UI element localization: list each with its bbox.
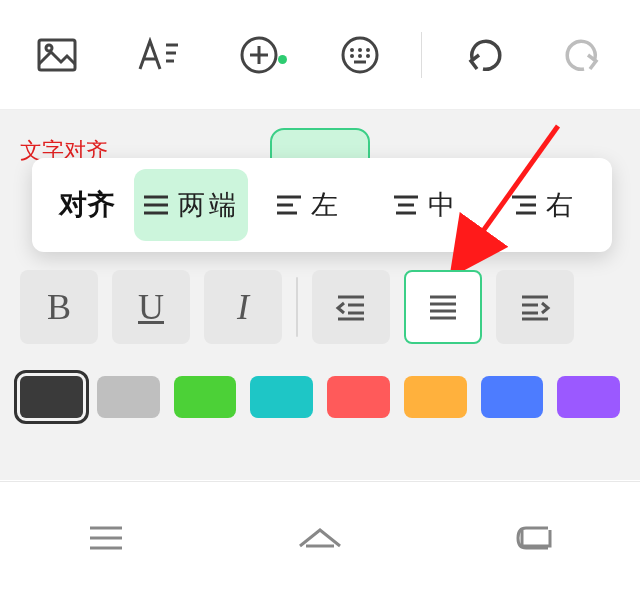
align-justify-text: 两端 — [178, 187, 240, 223]
align-right-option[interactable]: 右 — [487, 169, 601, 241]
home-icon — [296, 522, 344, 554]
align-left-icon — [275, 193, 303, 217]
align-justify-icon — [142, 193, 170, 217]
bold-button[interactable]: B — [20, 270, 98, 344]
add-icon — [239, 35, 279, 75]
align-left-option[interactable]: 左 — [252, 169, 366, 241]
redo-button[interactable] — [544, 37, 624, 73]
align-justify-option[interactable]: 两端 — [134, 169, 248, 241]
indent-increase-button[interactable] — [496, 270, 574, 344]
indent-increase-icon — [518, 293, 552, 321]
image-icon — [37, 38, 77, 72]
nav-menu-button[interactable] — [84, 522, 128, 558]
top-toolbar — [0, 0, 640, 110]
nav-home-button[interactable] — [296, 522, 344, 558]
align-justify-icon — [426, 293, 460, 321]
align-right-icon — [510, 193, 538, 217]
color-swatch-5[interactable] — [404, 376, 467, 418]
underline-button[interactable]: U — [112, 270, 190, 344]
color-swatch-3[interactable] — [250, 376, 313, 418]
back-icon — [512, 522, 556, 554]
svg-point-1 — [46, 45, 52, 51]
indent-decrease-icon — [334, 293, 368, 321]
align-center-icon — [392, 193, 420, 217]
keyboard-icon — [340, 35, 380, 75]
align-center-text: 中 — [428, 187, 459, 223]
format-separator — [296, 277, 298, 337]
text-format-button[interactable] — [118, 37, 198, 73]
color-swatch-row — [20, 376, 620, 418]
text-format-icon — [136, 37, 180, 73]
bottom-nav — [0, 481, 640, 597]
toolbar-separator — [421, 32, 422, 78]
undo-icon — [463, 37, 503, 73]
redo-icon — [564, 37, 604, 73]
color-swatch-6[interactable] — [481, 376, 544, 418]
color-swatch-7[interactable] — [557, 376, 620, 418]
align-left-text: 左 — [311, 187, 342, 223]
undo-button[interactable] — [443, 37, 523, 73]
svg-rect-0 — [39, 40, 75, 70]
color-swatch-4[interactable] — [327, 376, 390, 418]
align-justify-button[interactable] — [404, 270, 482, 344]
insert-image-button[interactable] — [17, 38, 97, 72]
indicator-dot — [278, 55, 287, 64]
alignment-label: 对齐 — [42, 186, 132, 224]
keyboard-button[interactable] — [320, 35, 400, 75]
color-swatch-0[interactable] — [20, 376, 83, 418]
alignment-popup: 对齐 两端 左 中 右 — [32, 158, 612, 252]
add-button[interactable] — [219, 35, 299, 75]
format-row: B U I — [20, 270, 620, 344]
menu-icon — [84, 522, 128, 554]
align-center-option[interactable]: 中 — [369, 169, 483, 241]
indent-decrease-button[interactable] — [312, 270, 390, 344]
color-swatch-2[interactable] — [174, 376, 237, 418]
nav-back-button[interactable] — [512, 522, 556, 558]
italic-button[interactable]: I — [204, 270, 282, 344]
align-right-text: 右 — [546, 187, 577, 223]
format-panel: 文字对齐 对齐 两端 左 中 右 — [0, 110, 640, 480]
color-swatch-1[interactable] — [97, 376, 160, 418]
